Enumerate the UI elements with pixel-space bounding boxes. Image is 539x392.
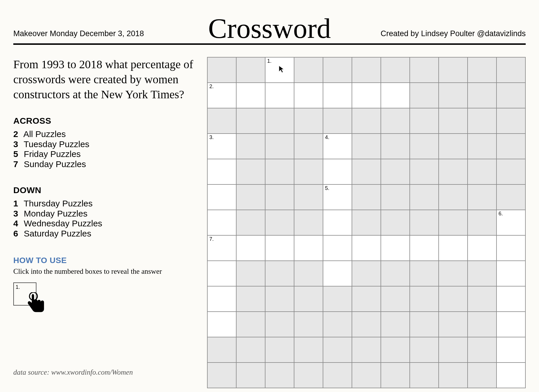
cell-block bbox=[410, 261, 439, 286]
cell-block bbox=[381, 312, 410, 337]
data-source: data source: www.xwordinfo.com/Women bbox=[13, 368, 133, 376]
clue-text: Saturday Puzzles bbox=[21, 229, 91, 238]
cell-block bbox=[236, 337, 265, 363]
cell-block bbox=[468, 261, 496, 286]
cell-answer[interactable] bbox=[410, 235, 439, 261]
cell-block bbox=[468, 134, 496, 159]
cell-block bbox=[294, 108, 323, 134]
cell-block bbox=[468, 210, 496, 235]
cell-answer[interactable] bbox=[207, 286, 236, 312]
cell-answer[interactable]: 7. bbox=[207, 235, 236, 261]
cell-block bbox=[381, 337, 410, 363]
cell-answer[interactable] bbox=[207, 184, 236, 210]
cell-answer[interactable] bbox=[323, 159, 352, 184]
cell-block bbox=[410, 363, 439, 388]
cell-number: 2. bbox=[209, 84, 214, 90]
cell-answer[interactable] bbox=[323, 235, 352, 261]
header-credit: Created by Lindsey Poulter @datavizlinds bbox=[381, 29, 526, 38]
cell-block bbox=[468, 159, 496, 184]
cell-block bbox=[496, 83, 525, 108]
cell-answer[interactable] bbox=[294, 235, 323, 261]
cell-answer[interactable] bbox=[207, 312, 236, 337]
cell-number: 4. bbox=[325, 134, 329, 140]
cell-block bbox=[410, 312, 439, 337]
cell-answer[interactable] bbox=[265, 83, 294, 108]
cell-block bbox=[468, 184, 496, 210]
clue-text: Friday Puzzles bbox=[21, 149, 81, 159]
cell-answer[interactable]: 5. bbox=[323, 184, 352, 210]
cell-block bbox=[381, 363, 410, 388]
cell-block bbox=[410, 57, 439, 83]
cell-number: 7. bbox=[209, 236, 214, 242]
cell-answer[interactable]: 4. bbox=[323, 134, 352, 159]
cell-block bbox=[236, 363, 265, 388]
cell-block bbox=[265, 286, 294, 312]
cell-answer[interactable] bbox=[496, 312, 525, 337]
cell-answer[interactable] bbox=[496, 235, 525, 261]
cell-answer[interactable] bbox=[439, 235, 468, 261]
clue-item: 7 Sunday Puzzles bbox=[13, 159, 195, 169]
cell-answer[interactable] bbox=[381, 235, 410, 261]
cell-number: 6. bbox=[499, 211, 503, 217]
cell-answer[interactable] bbox=[352, 235, 381, 261]
down-clue-list: 1 Thursday Puzzles3 Monday Puzzles4 Wedn… bbox=[13, 199, 195, 238]
cell-block bbox=[381, 108, 410, 134]
cell-answer[interactable]: 3. bbox=[207, 134, 236, 159]
cell-block bbox=[323, 108, 352, 134]
cell-block bbox=[496, 184, 525, 210]
cell-block bbox=[468, 57, 496, 83]
clue-number: 3 bbox=[13, 209, 21, 219]
cell-answer[interactable] bbox=[294, 83, 323, 108]
cell-block bbox=[207, 363, 236, 388]
cell-answer[interactable] bbox=[381, 83, 410, 108]
cell-block bbox=[496, 57, 525, 83]
clue-item: 1 Thursday Puzzles bbox=[13, 199, 195, 209]
crossword-grid: 1.2.3.4.5.6.7. bbox=[207, 57, 526, 388]
cell-answer[interactable] bbox=[236, 235, 265, 261]
cell-answer[interactable] bbox=[352, 83, 381, 108]
cell-answer[interactable] bbox=[323, 261, 352, 286]
clue-number: 4 bbox=[13, 219, 21, 229]
cell-answer[interactable] bbox=[496, 363, 525, 388]
howto-text: Click into the numbered boxes to reveal … bbox=[13, 267, 195, 275]
cell-block bbox=[352, 337, 381, 363]
cell-answer[interactable] bbox=[496, 337, 525, 363]
cell-block bbox=[439, 108, 468, 134]
cell-answer[interactable] bbox=[323, 83, 352, 108]
cell-block bbox=[236, 159, 265, 184]
cell-block bbox=[323, 337, 352, 363]
clue-text: Monday Puzzles bbox=[21, 209, 87, 218]
cell-answer[interactable] bbox=[207, 210, 236, 235]
cell-block bbox=[381, 286, 410, 312]
cell-answer[interactable] bbox=[207, 159, 236, 184]
cell-answer[interactable]: 2. bbox=[207, 83, 236, 108]
cell-block bbox=[207, 337, 236, 363]
cell-block bbox=[265, 210, 294, 235]
cell-block bbox=[236, 261, 265, 286]
clue-number: 5 bbox=[13, 149, 21, 159]
cell-block bbox=[352, 363, 381, 388]
cell-block bbox=[381, 134, 410, 159]
cell-answer[interactable] bbox=[207, 261, 236, 286]
cell-block bbox=[468, 286, 496, 312]
clue-number: 6 bbox=[13, 229, 21, 239]
howto-demo: 1. bbox=[13, 282, 48, 314]
cell-answer[interactable] bbox=[265, 235, 294, 261]
cell-block bbox=[439, 312, 468, 337]
cell-answer[interactable] bbox=[496, 261, 525, 286]
cell-answer[interactable] bbox=[468, 235, 496, 261]
cell-answer[interactable] bbox=[496, 286, 525, 312]
cell-block bbox=[410, 134, 439, 159]
cell-block bbox=[236, 57, 265, 83]
cell-block bbox=[410, 210, 439, 235]
cell-answer[interactable]: 6. bbox=[496, 210, 525, 235]
cell-block bbox=[352, 57, 381, 83]
cell-block bbox=[352, 261, 381, 286]
cell-block bbox=[352, 286, 381, 312]
cell-answer[interactable] bbox=[323, 210, 352, 235]
cell-block bbox=[439, 286, 468, 312]
header-date: Makeover Monday December 3, 2018 bbox=[13, 29, 144, 38]
cell-block bbox=[236, 134, 265, 159]
clue-number: 3 bbox=[13, 139, 21, 149]
cell-answer[interactable] bbox=[236, 83, 265, 108]
